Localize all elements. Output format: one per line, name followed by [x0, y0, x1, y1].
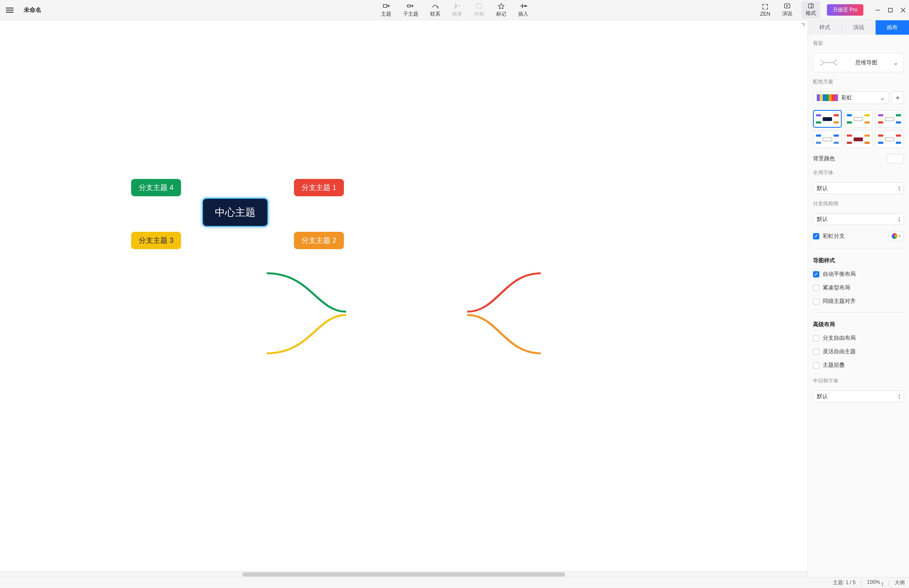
cjk-font-label: 中日韩字体	[813, 377, 904, 385]
plus-icon: ▾	[519, 2, 527, 10]
branch-width-label: 分支线粗细	[813, 200, 904, 207]
branch-topic-1[interactable]: 分支主题 1	[294, 179, 344, 196]
upgrade-button[interactable]: 升级至 Pro	[827, 4, 863, 16]
auto-balance-checkbox[interactable]: 自动平衡布局	[813, 270, 904, 278]
scheme-option-3[interactable]	[875, 110, 904, 128]
scheme-option-1[interactable]	[813, 110, 842, 128]
add-scheme-button[interactable]: ＋	[891, 91, 904, 104]
chevron-down-icon: ⌄	[880, 94, 885, 101]
chevron-down-icon: ⌄	[893, 59, 898, 66]
scheme-option-4[interactable]	[813, 130, 842, 148]
color-ring-icon	[892, 233, 898, 239]
zen-button[interactable]: ZEN	[758, 3, 773, 18]
marker-button[interactable]: 标记	[494, 1, 509, 19]
panel-icon	[807, 3, 815, 9]
checkbox-icon	[813, 271, 819, 278]
checkbox-icon	[813, 335, 819, 341]
advanced-layout-title: 高级布局	[813, 321, 904, 328]
skeleton-label: 骨架	[813, 40, 904, 47]
scheme-grid	[813, 110, 904, 148]
overlap-checkbox[interactable]: 主题层叠	[813, 361, 904, 369]
stepper-icon: ▴▾	[898, 393, 900, 399]
color-scheme-select[interactable]: 彩虹 ⌄	[813, 91, 889, 104]
menu-button[interactable]	[3, 5, 16, 15]
svg-rect-4	[808, 4, 813, 8]
stepper-icon: ▴▾	[898, 216, 900, 222]
scrollbar-thumb[interactable]	[242, 572, 566, 577]
color-scheme-label: 配色方案	[813, 78, 904, 85]
outline-button[interactable]: 大纲	[895, 579, 905, 586]
close-icon[interactable]	[901, 8, 906, 13]
mindmap-icon	[818, 58, 839, 68]
rainbow-branch-checkbox[interactable]: 彩虹分支	[813, 232, 845, 240]
checkbox-icon	[813, 349, 819, 355]
boundary-button[interactable]: 外框	[472, 1, 487, 19]
svg-rect-7	[889, 8, 893, 12]
bg-color-swatch[interactable]	[887, 154, 904, 163]
skeleton-select[interactable]: 思维导图 ⌄	[813, 53, 904, 72]
svg-rect-0	[407, 5, 410, 7]
checkbox-icon	[813, 362, 819, 368]
bg-color-label: 背景颜色	[813, 155, 835, 162]
align-siblings-checkbox[interactable]: 同级主题对齐	[813, 297, 904, 305]
rainbow-swatch-icon	[817, 94, 838, 101]
canvas-area[interactable]: 中心主题 分支主题 4 分支主题 3 分支主题 1 分支主题 2	[0, 20, 807, 577]
horizontal-scrollbar[interactable]	[0, 571, 807, 577]
subtopic-button[interactable]: 子主题	[401, 1, 421, 19]
play-icon	[783, 3, 791, 9]
branch-topic-3[interactable]: 分支主题 3	[131, 232, 181, 249]
tab-pitch[interactable]: 演说	[842, 20, 875, 35]
tab-style[interactable]: 样式	[808, 20, 841, 35]
checkbox-icon	[813, 285, 819, 291]
statusbar: 主题: 1 / 5 | 100% ▴▾ | 大纲	[0, 577, 909, 588]
zen-icon	[761, 3, 769, 10]
central-topic[interactable]: 中心主题	[202, 198, 268, 227]
subtopic-icon	[406, 2, 415, 10]
cjk-font-select[interactable]: 默认 ▴▾	[813, 390, 904, 402]
stepper-icon: ▴▾	[898, 185, 900, 191]
scheme-option-2[interactable]	[844, 110, 873, 128]
global-font-select[interactable]: 默认 ▴▾	[813, 182, 904, 194]
document-title: 未命名	[24, 6, 41, 14]
scheme-option-6[interactable]	[875, 130, 904, 148]
compact-layout-checkbox[interactable]: 紧凑型布局	[813, 284, 904, 291]
relation-icon	[431, 2, 439, 10]
connectors	[0, 20, 807, 571]
tab-canvas[interactable]: 画布	[876, 20, 909, 35]
titlebar: 未命名 主题 子主题 联系 概要 外框	[0, 0, 909, 20]
svg-rect-1	[476, 4, 482, 8]
topic-button[interactable]: 主题	[379, 1, 394, 19]
minimize-icon[interactable]	[875, 8, 880, 13]
topic-icon	[382, 2, 390, 10]
star-icon	[497, 2, 505, 10]
map-style-title: 导图样式	[813, 257, 904, 264]
boundary-icon	[475, 2, 483, 10]
summary-button[interactable]: 概要	[450, 1, 465, 19]
branch-width-select[interactable]: 默认 ▴▾	[813, 213, 904, 225]
relation-button[interactable]: 联系	[428, 1, 443, 19]
main-toolbar: 主题 子主题 联系 概要 外框 标记 ▾	[379, 1, 531, 19]
checkbox-icon	[813, 298, 819, 305]
window-controls	[875, 8, 906, 13]
scheme-option-5[interactable]	[844, 130, 873, 148]
branch-topic-2[interactable]: 分支主题 2	[294, 232, 344, 249]
free-branch-checkbox[interactable]: 分支自由布局	[813, 334, 904, 342]
free-topic-checkbox[interactable]: 灵活自由主题	[813, 348, 904, 355]
topic-count-label: 主题: 1 / 5	[833, 579, 856, 586]
global-font-label: 全局字体	[813, 169, 904, 176]
svg-text:▾: ▾	[525, 5, 527, 8]
pitch-button[interactable]: 演说	[780, 2, 795, 18]
zoom-level[interactable]: 100% ▴▾	[867, 579, 883, 587]
summary-icon	[453, 2, 461, 10]
insert-button[interactable]: ▾ 插入	[516, 1, 531, 19]
chevron-down-icon: ▾	[899, 234, 901, 238]
format-button[interactable]: 格式	[802, 1, 820, 19]
format-panel: 样式 演说 画布 骨架 思维导图 ⌄ 配色方案 彩	[807, 20, 909, 577]
rainbow-color-button[interactable]: ▾	[889, 231, 904, 241]
branch-topic-4[interactable]: 分支主题 4	[131, 179, 181, 196]
checkbox-icon	[813, 233, 819, 239]
maximize-icon[interactable]	[888, 8, 893, 13]
